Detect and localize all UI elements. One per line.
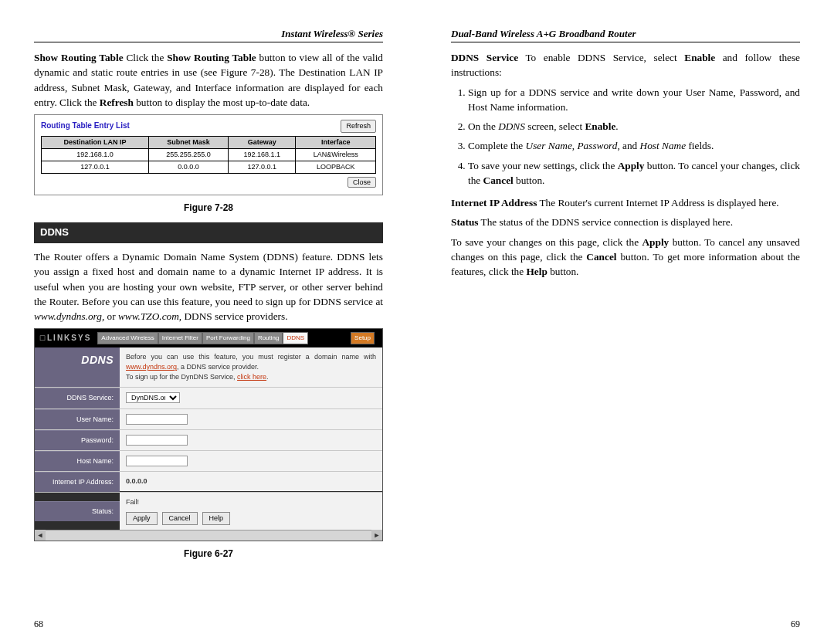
show-routing-paragraph: Show Routing Table Click the Show Routin… xyxy=(34,50,383,110)
scroll-right-icon[interactable]: ► xyxy=(371,530,382,541)
dyndns-link[interactable]: www.dyndns.org xyxy=(126,363,177,371)
tab-port-forwarding[interactable]: Port Forwarding xyxy=(202,332,254,344)
cancel-button[interactable]: Cancel xyxy=(162,512,198,525)
figure-caption-627: Figure 6-27 xyxy=(34,547,383,561)
router-tabs: Advanced Wireless Internet Filter Port F… xyxy=(97,332,308,344)
horizontal-scrollbar[interactable]: ◄ ► xyxy=(35,530,382,541)
tab-advanced-wireless[interactable]: Advanced Wireless xyxy=(97,332,158,344)
ddns-intro-paragraph: The Router offers a Dynamic Domain Name … xyxy=(34,249,383,324)
internet-ip-paragraph: Internet IP Address The Router's current… xyxy=(451,195,800,210)
step-2: On the DDNS screen, select Enable. xyxy=(468,119,800,134)
table-row: Destination LAN IP Subnet Mask Gateway I… xyxy=(42,137,376,149)
tab-routing[interactable]: Routing xyxy=(254,332,283,344)
routing-table: Destination LAN IP Subnet Mask Gateway I… xyxy=(41,136,376,174)
page-header-right: Dual-Band Wireless A+G Broadband Router xyxy=(451,28,800,42)
ddns-service-label: DDNS Service: xyxy=(35,388,120,408)
status-label: Status: xyxy=(35,501,120,521)
routing-table-title: Routing Table Entry List xyxy=(41,120,130,132)
signup-link[interactable]: click here xyxy=(237,373,266,381)
page-header-left: Instant Wireless® Series xyxy=(34,28,383,42)
internet-ip-label: Internet IP Address: xyxy=(35,472,120,492)
internet-ip-value: 0.0.0.0 xyxy=(126,477,147,485)
step-1: Sign up for a DDNS service and write dow… xyxy=(468,85,800,115)
linksys-logo: ☐ xyxy=(39,334,46,344)
scroll-left-icon[interactable]: ◄ xyxy=(35,530,46,541)
hostname-field[interactable] xyxy=(126,456,188,466)
refresh-button[interactable]: Refresh xyxy=(341,120,376,133)
ddns-service-select[interactable]: DynDNS.org xyxy=(126,392,180,403)
apply-button[interactable]: Apply xyxy=(126,512,158,525)
password-label: Password: xyxy=(35,430,120,450)
tab-internet-filter[interactable]: Internet Filter xyxy=(158,332,202,344)
routing-table-figure: Routing Table Entry List Refresh Destina… xyxy=(34,114,383,195)
username-label: User Name: xyxy=(35,409,120,429)
close-button[interactable]: Close xyxy=(348,177,376,188)
ddns-screenshot: ☐ LINKSYS Advanced Wireless Internet Fil… xyxy=(34,328,383,541)
page-number-right: 69 xyxy=(791,619,800,630)
help-button[interactable]: Help xyxy=(202,512,231,525)
table-row: 192.168.1.0 255.255.255.0 192.168.1.1 LA… xyxy=(42,149,376,161)
status-value: Fail! xyxy=(126,498,139,506)
step-4: To save your new settings, click the App… xyxy=(468,158,800,188)
status-paragraph: Status The status of the DDNS service co… xyxy=(451,215,800,229)
brand-label: LINKSYS xyxy=(47,333,91,344)
password-field[interactable] xyxy=(126,435,188,446)
username-field[interactable] xyxy=(126,414,188,425)
ddns-panel-title: DDNS xyxy=(35,347,120,387)
step-3: Complete the User Name, Password, and Ho… xyxy=(468,138,800,153)
save-changes-paragraph: To save your changes on this page, click… xyxy=(451,235,800,280)
page-number-left: 68 xyxy=(34,619,43,630)
ddns-service-paragraph: DDNS Service To enable DDNS Service, sel… xyxy=(451,50,800,80)
ddns-section-heading: DDNS xyxy=(34,222,383,243)
table-row: 127.0.0.1 0.0.0.0 127.0.0.1 LOOPBACK xyxy=(42,161,376,174)
tab-ddns[interactable]: DDNS xyxy=(283,332,308,344)
tab-setup[interactable]: Setup xyxy=(351,332,375,344)
ddns-note: Before you can use this feature, you mus… xyxy=(120,347,382,387)
hostname-label: Host Name: xyxy=(35,451,120,471)
figure-caption-728: Figure 7-28 xyxy=(34,202,383,215)
